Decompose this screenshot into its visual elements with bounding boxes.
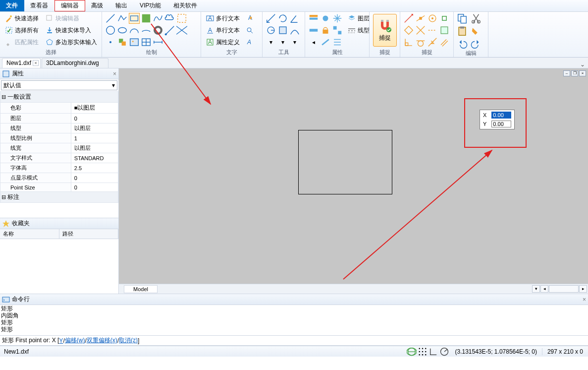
dim-dropdown[interactable] xyxy=(153,37,163,48)
coord-x-input[interactable] xyxy=(491,112,511,119)
undo-button[interactable] xyxy=(457,39,468,50)
paste-button[interactable] xyxy=(457,26,468,37)
xline-tool[interactable] xyxy=(176,25,187,36)
stext-button[interactable]: A单行文本 xyxy=(204,25,242,36)
layer-walk[interactable] xyxy=(332,25,343,36)
layer-iso[interactable] xyxy=(308,25,319,36)
block-insert-tool[interactable] xyxy=(117,37,128,48)
layer-lock[interactable] xyxy=(320,25,331,36)
cmd-input-line[interactable]: 矩形 First point or: X [ Y / 偏移(w) / 双重偏移(… xyxy=(0,336,588,346)
defaults-dropdown[interactable]: 默认值▾ xyxy=(1,80,117,90)
measure-tool[interactable] xyxy=(266,13,276,24)
line-tool[interactable] xyxy=(105,13,116,24)
menu-advanced[interactable]: 高级 xyxy=(85,0,109,11)
layer-off[interactable] xyxy=(320,13,331,24)
snap-ext[interactable] xyxy=(427,25,438,36)
polyline-tool[interactable] xyxy=(117,13,128,24)
table-tool[interactable] xyxy=(141,37,152,48)
drawn-rectangle[interactable] xyxy=(298,130,392,194)
prop-color-val[interactable]: ■以图层 xyxy=(71,103,118,114)
hatch-tool[interactable] xyxy=(141,13,152,24)
area-tool[interactable] xyxy=(277,25,288,36)
spline-tool[interactable] xyxy=(153,13,163,24)
layer-match[interactable] xyxy=(320,37,331,48)
select-all-button[interactable]: 选择所有 xyxy=(3,25,41,36)
entity-import-button[interactable]: 快速实体导入 xyxy=(44,25,99,36)
snap-perp[interactable] xyxy=(403,37,414,48)
prop-layer-val[interactable]: 0 xyxy=(71,114,118,123)
fav-col-path[interactable]: 路径 xyxy=(59,229,119,239)
canvas-close-icon[interactable]: × xyxy=(579,70,586,76)
drop2[interactable]: ▾ xyxy=(277,37,288,48)
menu-output[interactable]: 输出 xyxy=(109,0,134,11)
image-tool[interactable] xyxy=(129,37,140,48)
scroll-left-icon[interactable]: ◂ xyxy=(540,285,548,293)
grid-toggle-icon[interactable] xyxy=(418,348,428,356)
donut-tool[interactable] xyxy=(153,25,163,36)
calc-tool[interactable] xyxy=(289,25,300,36)
cmd-history[interactable]: 矩形 内圆角 矩形 矩形 xyxy=(0,305,588,336)
prop-ltype-val[interactable]: 以图层 xyxy=(71,123,118,133)
menu-viewer[interactable]: 查看器 xyxy=(24,0,54,11)
canvas-restore-icon[interactable]: ❐ xyxy=(571,70,578,76)
layer-button[interactable]: 图层 xyxy=(346,13,372,24)
text-style-button[interactable]: A xyxy=(244,37,256,48)
scroll-thumb[interactable] xyxy=(549,285,579,293)
model-tab[interactable]: Model xyxy=(124,285,158,293)
text-edit-button[interactable]: A xyxy=(244,13,256,24)
rectangle-tool[interactable] xyxy=(129,13,140,24)
section-general[interactable]: ⊟ 一般设置 xyxy=(0,92,118,103)
linetype-button[interactable]: 线型 xyxy=(346,25,372,36)
snap-int[interactable] xyxy=(415,25,426,36)
angle-tool[interactable] xyxy=(289,13,300,24)
cut-button[interactable] xyxy=(471,13,481,24)
globe-icon[interactable] xyxy=(407,348,417,356)
canvas-minimize-icon[interactable]: – xyxy=(563,70,570,76)
prop-pdmode-val[interactable]: 0 xyxy=(71,173,118,183)
prop-tstyle-val[interactable]: STANDARD xyxy=(71,153,118,163)
paint-button[interactable] xyxy=(471,26,481,37)
point-tool[interactable] xyxy=(105,37,116,48)
snap-cen[interactable] xyxy=(427,13,438,24)
cmd-opt-double-offset[interactable]: 双重偏移(x) xyxy=(87,336,117,345)
snap-quad[interactable] xyxy=(403,25,414,36)
layer-freeze[interactable] xyxy=(332,13,343,24)
quick-select-button[interactable]: 快速选择 xyxy=(3,13,41,24)
redo-button[interactable] xyxy=(471,39,481,50)
circle-tool[interactable] xyxy=(105,25,116,36)
snap-near[interactable] xyxy=(427,37,438,48)
properties-close-icon[interactable]: × xyxy=(113,70,116,77)
radius-tool[interactable] xyxy=(266,25,276,36)
snap-node[interactable] xyxy=(439,13,450,24)
menu-related[interactable]: 相关软件 xyxy=(167,0,204,11)
region-tool[interactable] xyxy=(176,13,187,24)
cmd-opt-cancel[interactable]: 取消(z) xyxy=(119,336,138,345)
cmd-opt-y[interactable]: Y xyxy=(59,337,63,344)
mtext-button[interactable]: A多行文本 xyxy=(204,13,242,24)
layer-state[interactable] xyxy=(308,13,319,24)
coord-y-input[interactable] xyxy=(491,121,511,127)
tabs-chevron-icon[interactable]: ⌄ xyxy=(577,61,588,68)
file-tab-2[interactable]: 3DLamborghini.dwg xyxy=(42,58,108,68)
menu-vip[interactable]: VIP功能 xyxy=(134,0,167,11)
snap-end[interactable] xyxy=(403,13,414,24)
scroll-right-icon[interactable]: ▸ xyxy=(579,285,587,293)
drawing-canvas[interactable]: – ❐ × X Y Model ▾ ◂ ▸ xyxy=(119,68,588,294)
layer-merge[interactable] xyxy=(332,37,343,48)
prop-lweight-val[interactable]: 以图层 xyxy=(71,143,118,153)
ray-tool[interactable] xyxy=(164,25,175,36)
ellipse-arc-tool[interactable] xyxy=(141,25,152,36)
rotate-tool[interactable] xyxy=(277,13,288,24)
cmd-close-icon[interactable]: × xyxy=(583,296,586,303)
prop-theight-val[interactable]: 2.5 xyxy=(71,163,118,173)
snap-ins[interactable] xyxy=(439,25,450,36)
text-find-button[interactable] xyxy=(244,25,256,36)
snap-par[interactable] xyxy=(439,37,450,48)
layer-prev[interactable]: ◂ xyxy=(308,37,319,48)
cloud-tool[interactable] xyxy=(164,13,175,24)
snap-tan[interactable] xyxy=(415,37,426,48)
prop-psize-val[interactable]: 0 xyxy=(71,183,118,192)
cmd-opt-offset[interactable]: 偏移(w) xyxy=(65,336,85,345)
ellipse-tool[interactable] xyxy=(117,25,128,36)
fav-col-name[interactable]: 名称 xyxy=(0,229,59,239)
